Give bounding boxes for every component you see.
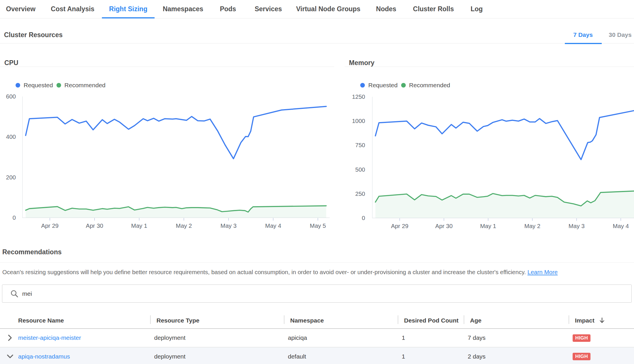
header-divider <box>398 315 398 324</box>
svg-text:200: 200 <box>6 174 16 181</box>
tab-overview[interactable]: Overview <box>6 0 35 18</box>
column-header-impact[interactable]: Impact <box>569 317 634 324</box>
memory-chart-title: Memory <box>349 59 374 67</box>
range-toggle-30-days[interactable]: 30 Days <box>609 31 631 38</box>
header-divider <box>464 315 464 324</box>
legend-label-requested: Requested <box>368 82 398 89</box>
tab-log[interactable]: Log <box>471 0 483 18</box>
svg-text:1000: 1000 <box>352 117 365 124</box>
requested-dot-icon <box>16 83 20 88</box>
svg-text:May 2: May 2 <box>524 223 540 229</box>
impact-high-badge: HIGH <box>573 353 590 360</box>
svg-text:May 2: May 2 <box>176 222 192 229</box>
tab-cost-analysis[interactable]: Cost Analysis <box>51 0 94 18</box>
desired-pod-count-cell: 1 <box>398 353 464 360</box>
legend-item-requested: Requested <box>16 82 53 89</box>
cpu-chart-legend: Requested Recommended <box>16 82 105 89</box>
svg-text:May 1: May 1 <box>480 223 496 229</box>
legend-label-requested: Requested <box>24 82 53 89</box>
age-cell: 7 days <box>464 334 569 341</box>
table-row[interactable]: meister-apiciqa-meister deployment apici… <box>0 329 634 347</box>
legend-label-recommended: Recommended <box>409 82 450 89</box>
column-header-namespace[interactable]: Namespace <box>284 317 398 324</box>
column-header-resource-name[interactable]: Resource Name <box>14 317 150 324</box>
memory-line-chart: 025050075010001250Apr 29Apr 30May 1May 2… <box>345 90 634 230</box>
namespace-cell: apiciqa <box>284 334 398 341</box>
svg-text:May 1: May 1 <box>131 222 147 229</box>
tab-pods[interactable]: Pods <box>220 0 236 18</box>
resource-name-link[interactable]: meister-apiciqa-meister <box>14 334 150 341</box>
cpu-line-chart: 0200400600Apr 29Apr 30May 1May 2May 3May… <box>0 90 334 230</box>
svg-text:500: 500 <box>355 166 365 173</box>
legend-item-requested: Requested <box>360 82 398 89</box>
svg-text:Apr 30: Apr 30 <box>435 223 452 229</box>
tab-right-sizing[interactable]: Right Sizing <box>109 0 148 18</box>
chevron-right-icon[interactable] <box>0 334 14 341</box>
svg-text:0: 0 <box>362 215 365 221</box>
recommended-dot-icon <box>56 83 61 88</box>
tab-bar: OverviewCost AnalysisRight SizingNamespa… <box>0 0 634 18</box>
svg-text:1250: 1250 <box>352 93 365 100</box>
svg-text:May 5: May 5 <box>310 222 326 229</box>
range-toggle-7-days[interactable]: 7 Days <box>573 31 593 38</box>
svg-text:0: 0 <box>13 214 16 221</box>
svg-text:May 4: May 4 <box>613 223 629 229</box>
legend-item-recommended: Recommended <box>56 82 105 89</box>
search-input[interactable] <box>22 290 631 297</box>
search-icon <box>10 289 19 298</box>
svg-text:250: 250 <box>355 190 365 197</box>
tab-namespaces[interactable]: Namespaces <box>163 0 203 18</box>
tab-nodes[interactable]: Nodes <box>376 0 396 18</box>
memory-chart-legend: Requested Recommended <box>360 82 450 89</box>
requested-dot-icon <box>360 83 365 88</box>
impact-cell: HIGH <box>569 352 634 360</box>
table-row[interactable]: apiqa-nostradamus deployment default 1 2… <box>0 347 634 364</box>
section-divider <box>0 262 634 263</box>
memory-chart-card: Memory Requested Recommended 02505007501… <box>345 58 634 231</box>
legend-label-recommended: Recommended <box>65 82 105 89</box>
header-divider <box>150 315 151 324</box>
header-divider <box>569 315 569 324</box>
desired-pod-count-cell: 1 <box>398 334 464 341</box>
tab-virtual-node-groups[interactable]: Virtual Node Groups <box>296 0 360 18</box>
cluster-resources-title: Cluster Resources <box>4 31 63 39</box>
resource-name-link[interactable]: apiqa-nostradamus <box>14 353 150 360</box>
svg-text:400: 400 <box>6 133 16 140</box>
legend-item-recommended: Recommended <box>401 82 450 89</box>
table-body: meister-apiciqa-meister deployment apici… <box>0 329 634 364</box>
resource-type-cell: deployment <box>150 334 284 341</box>
svg-text:May 3: May 3 <box>220 222 237 229</box>
header-divider <box>284 315 284 324</box>
cpu-chart-title: CPU <box>4 59 18 67</box>
svg-text:Apr 29: Apr 29 <box>41 222 59 229</box>
svg-text:May 4: May 4 <box>265 222 281 229</box>
recommendations-title: Recommendations <box>2 248 62 256</box>
sort-desc-arrow-icon[interactable] <box>599 317 605 324</box>
tab-services[interactable]: Services <box>255 0 282 18</box>
chart-title-divider <box>0 67 334 67</box>
impact-cell: HIGH <box>569 334 634 342</box>
column-header-resource-type[interactable]: Resource Type <box>150 317 284 324</box>
search-box[interactable] <box>2 285 632 303</box>
namespace-cell: default <box>284 353 398 360</box>
tab-cluster-rolls[interactable]: Cluster Rolls <box>413 0 454 18</box>
cpu-chart-card: CPU Requested Recommended 0200400600Apr … <box>0 58 334 231</box>
recommendations-description-text: Ocean's resizing suggestions will help y… <box>2 269 527 275</box>
resource-type-cell: deployment <box>150 353 284 360</box>
impact-high-badge: HIGH <box>573 334 590 342</box>
recommended-dot-icon <box>401 83 406 88</box>
svg-text:May 3: May 3 <box>569 223 585 229</box>
section-divider <box>0 43 634 43</box>
column-header-desired-pod-count[interactable]: Desired Pod Count <box>398 317 464 324</box>
chart-title-divider <box>345 67 634 67</box>
recommendations-description: Ocean's resizing suggestions will help y… <box>2 269 633 276</box>
age-cell: 2 days <box>464 353 569 360</box>
column-header-age[interactable]: Age <box>464 317 569 324</box>
chevron-down-icon[interactable] <box>0 354 14 359</box>
table-header-row: Resource Name Resource Type Namespace De… <box>0 312 634 329</box>
svg-text:Apr 29: Apr 29 <box>391 223 408 229</box>
svg-text:600: 600 <box>6 93 16 100</box>
range-toggle-underline <box>565 43 602 44</box>
learn-more-link[interactable]: Learn More <box>527 269 558 275</box>
svg-text:Apr 30: Apr 30 <box>86 222 103 229</box>
